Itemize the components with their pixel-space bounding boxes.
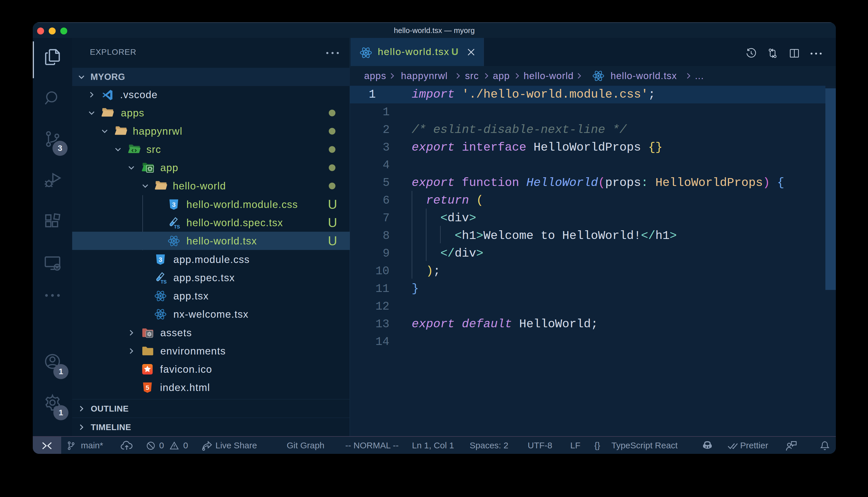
svg-text:5: 5 bbox=[146, 384, 149, 391]
svg-text:TS: TS bbox=[174, 224, 180, 229]
svg-text:3: 3 bbox=[159, 256, 162, 263]
svg-text:3: 3 bbox=[172, 201, 176, 208]
svg-text:TS: TS bbox=[161, 279, 167, 284]
